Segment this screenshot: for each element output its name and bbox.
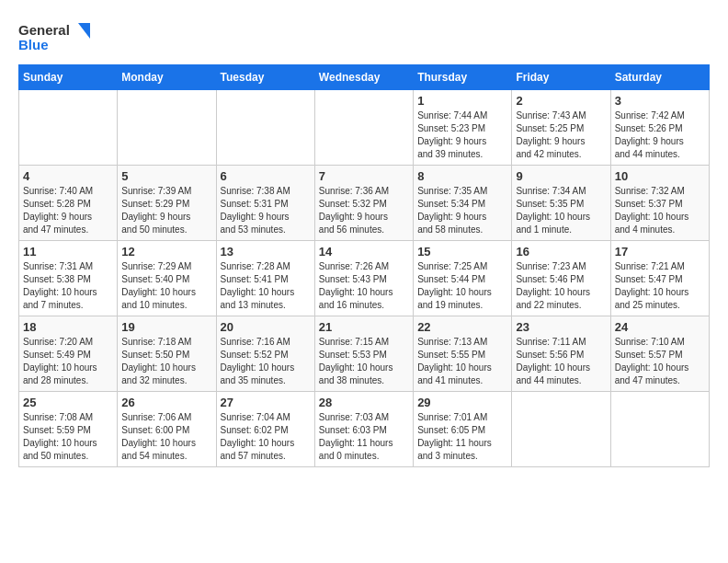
day-info: Sunrise: 7:01 AMSunset: 6:05 PMDaylight:…	[417, 411, 507, 463]
day-info: Sunrise: 7:34 AMSunset: 5:35 PMDaylight:…	[516, 185, 606, 236]
day-info: Sunrise: 7:21 AMSunset: 5:47 PMDaylight:…	[615, 260, 705, 312]
day-number: 10	[615, 169, 705, 183]
day-number: 18	[23, 320, 113, 334]
calendar-cell: 25Sunrise: 7:08 AMSunset: 5:59 PMDayligh…	[19, 392, 118, 467]
day-number: 28	[319, 396, 409, 409]
day-info: Sunrise: 7:16 AMSunset: 5:52 PMDaylight:…	[221, 336, 311, 387]
svg-text:General: General	[18, 22, 70, 38]
day-info: Sunrise: 7:35 AMSunset: 5:34 PMDaylight:…	[417, 185, 507, 236]
day-info: Sunrise: 7:26 AMSunset: 5:43 PMDaylight:…	[319, 260, 409, 312]
calendar-cell: 8Sunrise: 7:35 AMSunset: 5:34 PMDaylight…	[414, 166, 512, 241]
day-number: 2	[516, 94, 606, 108]
day-info: Sunrise: 7:44 AMSunset: 5:23 PMDaylight:…	[417, 109, 507, 161]
calendar-cell: 21Sunrise: 7:15 AMSunset: 5:53 PMDayligh…	[314, 316, 413, 392]
calendar-cell: 18Sunrise: 7:20 AMSunset: 5:49 PMDayligh…	[19, 316, 118, 392]
column-header-tuesday: Tuesday	[216, 65, 314, 90]
day-info: Sunrise: 7:32 AMSunset: 5:37 PMDaylight:…	[615, 185, 705, 236]
day-number: 19	[121, 320, 211, 334]
day-number: 13	[221, 245, 311, 259]
day-info: Sunrise: 7:03 AMSunset: 6:03 PMDaylight:…	[319, 411, 409, 463]
day-info: Sunrise: 7:15 AMSunset: 5:53 PMDaylight:…	[319, 336, 409, 387]
day-info: Sunrise: 7:31 AMSunset: 5:38 PMDaylight:…	[23, 260, 113, 312]
day-number: 8	[417, 169, 507, 183]
calendar-cell: 13Sunrise: 7:28 AMSunset: 5:41 PMDayligh…	[216, 241, 314, 316]
day-info: Sunrise: 7:28 AMSunset: 5:41 PMDaylight:…	[221, 260, 311, 312]
calendar-cell: 23Sunrise: 7:11 AMSunset: 5:56 PMDayligh…	[512, 316, 610, 392]
calendar-cell: 7Sunrise: 7:36 AMSunset: 5:32 PMDaylight…	[314, 166, 413, 241]
calendar-cell: 10Sunrise: 7:32 AMSunset: 5:37 PMDayligh…	[610, 166, 709, 241]
day-number: 27	[221, 396, 311, 409]
day-info: Sunrise: 7:40 AMSunset: 5:28 PMDaylight:…	[23, 185, 113, 236]
day-number: 3	[615, 94, 705, 108]
day-info: Sunrise: 7:39 AMSunset: 5:29 PMDaylight:…	[121, 185, 211, 236]
calendar-cell: 14Sunrise: 7:26 AMSunset: 5:43 PMDayligh…	[314, 241, 413, 316]
calendar-cell: 24Sunrise: 7:10 AMSunset: 5:57 PMDayligh…	[610, 316, 709, 392]
day-info: Sunrise: 7:36 AMSunset: 5:32 PMDaylight:…	[319, 185, 409, 236]
day-number: 26	[121, 396, 211, 409]
svg-text:Blue: Blue	[18, 37, 49, 52]
column-header-wednesday: Wednesday	[314, 65, 413, 90]
logo: GeneralBlue	[18, 18, 92, 55]
day-number: 24	[615, 320, 705, 334]
calendar-cell: 15Sunrise: 7:25 AMSunset: 5:44 PMDayligh…	[414, 241, 512, 316]
day-info: Sunrise: 7:06 AMSunset: 6:00 PMDaylight:…	[121, 411, 211, 463]
day-info: Sunrise: 7:20 AMSunset: 5:49 PMDaylight:…	[23, 336, 113, 387]
day-number: 16	[516, 245, 606, 259]
calendar-cell: 6Sunrise: 7:38 AMSunset: 5:31 PMDaylight…	[216, 166, 314, 241]
page-header: GeneralBlue	[18, 18, 710, 55]
column-header-thursday: Thursday	[414, 65, 512, 90]
day-info: Sunrise: 7:42 AMSunset: 5:26 PMDaylight:…	[615, 109, 705, 161]
day-number: 14	[319, 245, 409, 259]
calendar-cell: 19Sunrise: 7:18 AMSunset: 5:50 PMDayligh…	[118, 316, 216, 392]
day-number: 12	[121, 245, 211, 259]
day-number: 4	[23, 169, 113, 183]
column-header-monday: Monday	[118, 65, 216, 90]
day-info: Sunrise: 7:04 AMSunset: 6:02 PMDaylight:…	[221, 411, 311, 463]
calendar-cell: 29Sunrise: 7:01 AMSunset: 6:05 PMDayligh…	[414, 392, 512, 467]
calendar-cell: 26Sunrise: 7:06 AMSunset: 6:00 PMDayligh…	[118, 392, 216, 467]
day-info: Sunrise: 7:11 AMSunset: 5:56 PMDaylight:…	[516, 336, 606, 387]
calendar-week-row: 1Sunrise: 7:44 AMSunset: 5:23 PMDaylight…	[19, 90, 710, 166]
day-number: 11	[23, 245, 113, 259]
day-info: Sunrise: 7:13 AMSunset: 5:55 PMDaylight:…	[417, 336, 507, 387]
calendar-cell: 9Sunrise: 7:34 AMSunset: 5:35 PMDaylight…	[512, 166, 610, 241]
svg-marker-2	[78, 23, 90, 39]
calendar-cell: 3Sunrise: 7:42 AMSunset: 5:26 PMDaylight…	[610, 90, 709, 166]
calendar-cell: 1Sunrise: 7:44 AMSunset: 5:23 PMDaylight…	[414, 90, 512, 166]
day-number: 17	[615, 245, 705, 259]
day-info: Sunrise: 7:25 AMSunset: 5:44 PMDaylight:…	[417, 260, 507, 312]
column-header-sunday: Sunday	[19, 65, 118, 90]
calendar-cell: 28Sunrise: 7:03 AMSunset: 6:03 PMDayligh…	[314, 392, 413, 467]
calendar-week-row: 18Sunrise: 7:20 AMSunset: 5:49 PMDayligh…	[19, 316, 710, 392]
calendar-cell: 4Sunrise: 7:40 AMSunset: 5:28 PMDaylight…	[19, 166, 118, 241]
day-number: 23	[516, 320, 606, 334]
day-number: 15	[417, 245, 507, 259]
day-number: 7	[319, 169, 409, 183]
day-info: Sunrise: 7:29 AMSunset: 5:40 PMDaylight:…	[121, 260, 211, 312]
day-number: 5	[121, 169, 211, 183]
day-info: Sunrise: 7:10 AMSunset: 5:57 PMDaylight:…	[615, 336, 705, 387]
calendar-header-row: SundayMondayTuesdayWednesdayThursdayFrid…	[19, 65, 710, 90]
calendar-week-row: 4Sunrise: 7:40 AMSunset: 5:28 PMDaylight…	[19, 166, 710, 241]
calendar-cell	[19, 90, 118, 166]
day-info: Sunrise: 7:38 AMSunset: 5:31 PMDaylight:…	[221, 185, 311, 236]
calendar-table: SundayMondayTuesdayWednesdayThursdayFrid…	[18, 64, 710, 467]
day-info: Sunrise: 7:23 AMSunset: 5:46 PMDaylight:…	[516, 260, 606, 312]
day-number: 22	[417, 320, 507, 334]
day-number: 20	[221, 320, 311, 334]
day-number: 1	[417, 94, 507, 108]
day-info: Sunrise: 7:18 AMSunset: 5:50 PMDaylight:…	[121, 336, 211, 387]
column-header-friday: Friday	[512, 65, 610, 90]
calendar-cell: 20Sunrise: 7:16 AMSunset: 5:52 PMDayligh…	[216, 316, 314, 392]
column-header-saturday: Saturday	[610, 65, 709, 90]
day-info: Sunrise: 7:08 AMSunset: 5:59 PMDaylight:…	[23, 411, 113, 463]
calendar-cell: 22Sunrise: 7:13 AMSunset: 5:55 PMDayligh…	[414, 316, 512, 392]
calendar-cell	[610, 392, 709, 467]
calendar-cell: 27Sunrise: 7:04 AMSunset: 6:02 PMDayligh…	[216, 392, 314, 467]
day-info: Sunrise: 7:43 AMSunset: 5:25 PMDaylight:…	[516, 109, 606, 161]
calendar-cell	[118, 90, 216, 166]
calendar-cell: 17Sunrise: 7:21 AMSunset: 5:47 PMDayligh…	[610, 241, 709, 316]
logo-svg: GeneralBlue	[18, 18, 92, 55]
calendar-cell: 5Sunrise: 7:39 AMSunset: 5:29 PMDaylight…	[118, 166, 216, 241]
calendar-cell	[216, 90, 314, 166]
